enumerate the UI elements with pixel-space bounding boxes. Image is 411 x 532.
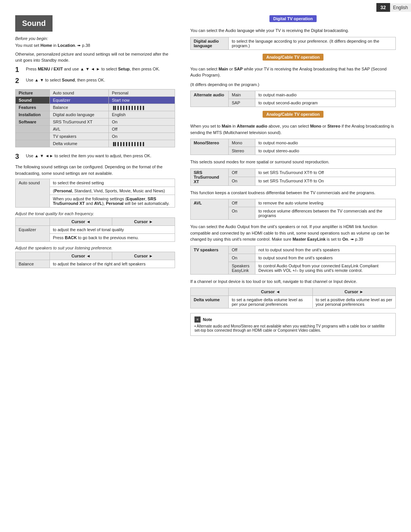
tv-speakers-section: You can select the Audio Output from the… bbox=[190, 224, 396, 275]
eq-desc2: Press BACK to go back to the previous me… bbox=[50, 234, 175, 242]
digital-tv-section: Digital TV operation You can select the … bbox=[190, 15, 396, 50]
srs-para: This selects sound modes for more spatia… bbox=[190, 159, 396, 165]
digital-tv-heading-wrapper: Digital TV operation bbox=[190, 15, 396, 25]
digital-audio-row: Digital audio language to select the lan… bbox=[191, 37, 396, 50]
digital-audio-desc: to select the language according to your… bbox=[229, 37, 396, 50]
step-1: 1 Press MENU / EXIT and use ▲ ▼ ◄ ► to s… bbox=[15, 66, 175, 74]
analog1-para2: (It differs depending on the program.) bbox=[190, 81, 396, 88]
alt-sub-sap: SAP bbox=[229, 99, 255, 107]
para-settings-warn: Otherwise, personalized picture and soun… bbox=[15, 51, 175, 64]
page-language: English bbox=[390, 3, 411, 12]
delta-empty bbox=[191, 288, 229, 296]
digital-audio-label: Digital audio language bbox=[191, 37, 229, 50]
item-balance: Balance bbox=[50, 104, 109, 111]
step-3-text: Use ▲ ▼ ◄► to select the item you want t… bbox=[26, 153, 151, 159]
cat-empty-2 bbox=[16, 133, 50, 140]
item-avl: AVL bbox=[50, 125, 109, 133]
step-2-text: Use ▲ ▼ to select Sound, then press OK. bbox=[26, 77, 105, 83]
alternate-audio-table: Alternate audio Main to output main-audi… bbox=[190, 91, 396, 107]
tvs-desc-easylink: to control Audio Output from your connec… bbox=[255, 262, 396, 274]
auto-sound-label: Auto sound bbox=[16, 179, 50, 208]
srs-sub-on: On bbox=[229, 177, 255, 186]
val-personal: Personal bbox=[109, 89, 175, 96]
auto-sound-desc2: (Personal, Standard, Vivid, Sports, Movi… bbox=[50, 187, 175, 195]
cat-empty-3 bbox=[16, 140, 50, 147]
auto-sound-table: Auto sound to select the desired setting… bbox=[15, 179, 175, 208]
srs-desc-off: to set SRS TruSurround XT® to Off bbox=[255, 168, 396, 177]
step-1-number: 1 bbox=[15, 66, 24, 74]
para-home-location: You must set Home in Location. ➠ p.38 bbox=[15, 42, 175, 49]
avl-para: This function keeps a constant loudness … bbox=[190, 190, 396, 196]
balance-desc: to adjust the balance of the right and l… bbox=[50, 260, 175, 268]
delta-label: Delta volume bbox=[191, 296, 229, 308]
analog1-heading-wrapper: Analog/Cable TV operation bbox=[190, 54, 396, 64]
balance-row: Balance to adjust the balance of the rig… bbox=[16, 260, 175, 268]
cat-features: Features bbox=[16, 104, 50, 111]
srs-section: This selects sound modes for more spatia… bbox=[190, 159, 396, 186]
para-config: The following sound settings can be conf… bbox=[15, 164, 175, 176]
avl-sub-on: On bbox=[229, 207, 255, 220]
bal-cursor-right: Cursor ► bbox=[112, 252, 175, 260]
menu-row-installation: Installation Digital audio language Engl… bbox=[16, 111, 175, 118]
tv-speakers-table: TV speakers Off not to output sound from… bbox=[190, 246, 396, 275]
before-begin-label: Before you begin: bbox=[15, 36, 175, 41]
ms-sub-mono: Mono bbox=[229, 139, 255, 147]
note-text: • Alternate audio and Mono/Stereo are no… bbox=[194, 324, 392, 332]
avl-table: AVL Off to remove the auto volume leveli… bbox=[190, 199, 396, 220]
note-label: Note bbox=[203, 317, 212, 322]
tv-speakers-para: You can select the Audio Output from the… bbox=[190, 224, 396, 243]
mono-stereo-label: Mono/Stereo bbox=[191, 139, 229, 155]
item-delta-volume: Delta volume bbox=[50, 140, 109, 147]
balance-intro-label: Adjust the speakers to suit your listeni… bbox=[15, 246, 175, 250]
equalizer-table: Cursor ◄ Cursor ► Equalizer to adjust th… bbox=[15, 217, 175, 242]
cat-picture: Picture bbox=[16, 89, 50, 96]
item-tv-speakers: TV speakers bbox=[50, 133, 109, 140]
analog2-section: Analog/Cable TV operation When you set t… bbox=[190, 111, 396, 155]
item-equalizer: Equalizer bbox=[50, 96, 109, 104]
menu-row-software: Software SRS TruSurround XT On bbox=[16, 118, 175, 125]
cat-empty-1 bbox=[16, 125, 50, 133]
eq-cursor-left: Cursor ◄ bbox=[50, 218, 112, 226]
tv-speakers-off-row: TV speakers Off not to output sound from… bbox=[191, 246, 396, 254]
delta-section: If a channel or Input device is too loud… bbox=[190, 278, 396, 309]
tv-speakers-label: TV speakers bbox=[191, 246, 229, 274]
tvs-sub-off: Off bbox=[229, 246, 255, 254]
note-icon: ≡ bbox=[194, 316, 201, 323]
val-srs-on: On bbox=[109, 118, 175, 125]
balance-label: Balance bbox=[16, 260, 50, 268]
srs-label: SRS TruSurround XT bbox=[191, 168, 229, 185]
step-2-number: 2 bbox=[15, 77, 24, 85]
balance-table: Cursor ◄ Cursor ► Balance to adjust the … bbox=[15, 252, 175, 268]
menu-row-picture: Picture Auto sound Personal bbox=[16, 89, 175, 96]
cat-installation: Installation bbox=[16, 111, 50, 118]
bal-cursor-left: Cursor ◄ bbox=[50, 252, 112, 260]
tvs-sub-easylink: Speakers EasyLink bbox=[229, 262, 255, 274]
ms-desc-stereo: to output stereo-audio bbox=[255, 147, 396, 155]
menu-row-tv-speakers: TV speakers On bbox=[16, 133, 175, 140]
menu-row-delta: Delta volume ▐▌▌▌▌▌▌▌▌▌▌▌ bbox=[16, 140, 175, 147]
analog1-para1: You can select Main or SAP while your TV… bbox=[190, 66, 396, 78]
analog2-heading-wrapper: Analog/Cable TV operation bbox=[190, 111, 396, 121]
equalizer-section: Adjust the tonal quality for each freque… bbox=[15, 211, 175, 242]
sound-heading: Sound bbox=[15, 15, 53, 32]
val-delta-bar: ▐▌▌▌▌▌▌▌▌▌▌▌ bbox=[109, 140, 175, 147]
val-start-now: Start now bbox=[109, 96, 175, 104]
equalizer-cursor-header: Cursor ◄ Cursor ► bbox=[16, 218, 175, 226]
ms-sub-stereo: Stereo bbox=[229, 147, 255, 155]
page-header: 32 English bbox=[376, 3, 411, 12]
equalizer-intro-label: Adjust the tonal quality for each freque… bbox=[15, 211, 175, 216]
avl-off-row: AVL Off to remove the auto volume leveli… bbox=[191, 199, 396, 207]
step-2: 2 Use ▲ ▼ to select Sound, then press OK… bbox=[15, 77, 175, 85]
val-balance-bar: ▐▌▌▌▌▌▌▌▌▌▌▌ bbox=[109, 104, 175, 111]
val-tv-speakers-on: On bbox=[109, 133, 175, 140]
auto-sound-section: Auto sound to select the desired setting… bbox=[15, 179, 175, 208]
note-header: ≡ Note bbox=[194, 316, 392, 323]
left-column: Sound Before you begin: You must set Hom… bbox=[15, 15, 175, 272]
srs-table: SRS TruSurround XT Off to set SRS TruSur… bbox=[190, 168, 396, 186]
auto-sound-desc3: When you adjust the following settings (… bbox=[50, 195, 175, 208]
avl-desc-off: to remove the auto volume leveling bbox=[255, 199, 396, 207]
srs-sub-off: Off bbox=[229, 168, 255, 177]
right-column: Digital TV operation You can select the … bbox=[190, 15, 396, 336]
avl-desc-on: to reduce volume differences between the… bbox=[255, 207, 396, 220]
val-english: English bbox=[109, 111, 175, 118]
